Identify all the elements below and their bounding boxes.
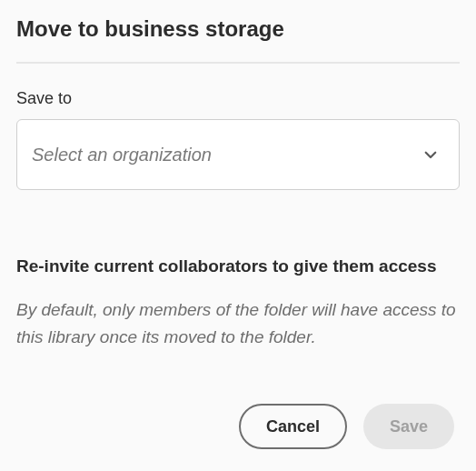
button-row: Cancel Save [16,404,460,449]
save-to-label: Save to [16,89,460,108]
cancel-button[interactable]: Cancel [239,404,347,449]
save-button[interactable]: Save [363,404,454,449]
dialog-title: Move to business storage [16,16,460,42]
reinvite-description: By default, only members of the folder w… [16,296,460,352]
reinvite-heading: Re-invite current collaborators to give … [16,256,460,278]
chevron-down-icon [422,146,439,163]
divider [16,62,460,64]
organization-select-placeholder: Select an organization [32,145,212,165]
organization-select[interactable]: Select an organization [16,119,460,190]
